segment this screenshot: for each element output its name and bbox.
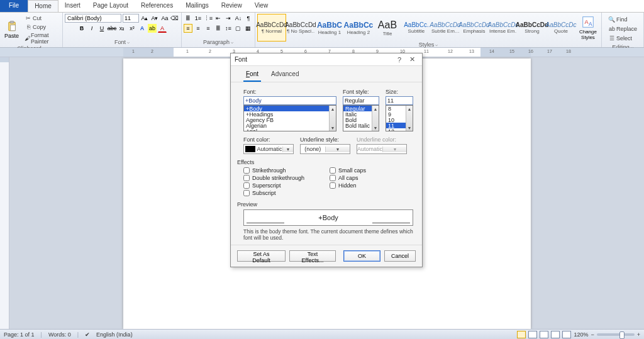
font-input[interactable] — [243, 96, 336, 105]
cancel-button[interactable]: Cancel — [384, 250, 416, 262]
borders-button[interactable]: ▦ — [244, 24, 253, 33]
style--normal[interactable]: AaBbCcDd¶ Normal — [257, 14, 286, 42]
list-item[interactable]: 10 — [386, 117, 413, 123]
justify-button[interactable]: ≣ — [214, 24, 223, 33]
change-case-button[interactable]: Aa — [160, 14, 169, 23]
format-painter-button[interactable]: 🖌Format Painter — [23, 31, 60, 45]
checkbox-double-strikethrough[interactable]: Double strikethrough — [243, 175, 304, 181]
dialog-close-button[interactable]: ✕ — [406, 55, 418, 64]
underline-style-combo[interactable]: (none)▾ — [300, 144, 350, 154]
style--no-spaci-[interactable]: AaBbCcDd¶ No Spaci… — [286, 14, 315, 42]
font-name-combo[interactable] — [65, 14, 121, 23]
copy-button[interactable]: ⎘Copy — [23, 23, 60, 31]
font-style-input[interactable] — [343, 96, 379, 105]
bold-button[interactable]: B — [77, 24, 86, 33]
multilevel-button[interactable]: ⋮≡ — [204, 14, 213, 23]
status-words[interactable]: Words: 0 — [48, 331, 71, 338]
checkbox-superscript[interactable]: Superscript — [243, 182, 304, 189]
align-right-button[interactable]: ≡ — [204, 24, 213, 33]
tab-home[interactable]: Home — [28, 0, 58, 12]
zoom-slider[interactable] — [597, 333, 635, 336]
bullets-button[interactable]: ≣ — [184, 14, 192, 23]
shading-button[interactable]: ▢ — [234, 24, 243, 33]
tab-references[interactable]: References — [135, 0, 179, 12]
tab-mailings[interactable]: Mailings — [179, 0, 215, 12]
replace-button[interactable]: abReplace — [606, 25, 639, 33]
strikethrough-button[interactable]: abc — [108, 24, 116, 33]
list-item[interactable]: Italic — [343, 111, 379, 117]
text-effects-button[interactable]: Text Effects... — [289, 250, 336, 262]
zoom-out-button[interactable]: − — [591, 331, 594, 338]
view-print-layout[interactable] — [517, 331, 526, 338]
shrink-font-button[interactable]: A▾ — [150, 14, 159, 23]
font-style-listbox[interactable]: ▲▼RegularItalicBoldBold Italic — [343, 105, 379, 131]
superscript-button[interactable]: x² — [128, 24, 136, 33]
find-button[interactable]: 🔍Find — [606, 15, 630, 24]
dialog-tab-advanced[interactable]: Advanced — [269, 69, 301, 82]
style-heading-2[interactable]: AaBbCcHeading 2 — [344, 14, 373, 42]
status-language[interactable]: English (India) — [96, 331, 133, 338]
style-intense-em-[interactable]: AaBbCcDcIntense Em… — [489, 14, 518, 42]
font-listbox[interactable]: ▲▼+Body+HeadingsAgency FBAlgerianArial — [243, 105, 336, 131]
view-draft[interactable] — [562, 331, 571, 338]
list-item[interactable]: +Headings — [244, 111, 336, 117]
text-effects-button[interactable]: A — [138, 24, 147, 33]
increase-indent-button[interactable]: ⇥ — [224, 14, 233, 23]
subscript-button[interactable]: x₂ — [118, 24, 126, 33]
set-as-default-button[interactable]: Set As Default — [237, 250, 286, 262]
select-button[interactable]: ☰Select — [606, 34, 634, 43]
list-item[interactable]: Algerian — [244, 123, 336, 128]
size-input[interactable] — [386, 96, 413, 105]
list-item[interactable]: 9 — [386, 111, 413, 117]
zoom-percent[interactable]: 120% — [574, 331, 588, 338]
list-item[interactable]: Bold — [343, 117, 379, 123]
size-listbox[interactable]: ▲▼89101112 — [386, 105, 413, 131]
decrease-indent-button[interactable]: ⇤ — [214, 14, 223, 23]
paste-button[interactable]: Paste — [2, 19, 21, 40]
cut-button[interactable]: ✂Cut — [23, 14, 60, 23]
checkbox-small-caps[interactable]: Small caps — [330, 167, 366, 174]
align-left-button[interactable]: ≡ — [184, 24, 192, 33]
tab-view[interactable]: View — [248, 0, 275, 12]
list-item[interactable]: +Body — [244, 106, 336, 111]
highlight-button[interactable]: ab — [148, 24, 157, 33]
italic-button[interactable]: I — [87, 24, 96, 33]
dialog-titlebar[interactable]: Font ? ✕ — [231, 53, 422, 66]
list-item[interactable]: Agency FB — [244, 117, 336, 123]
view-web-layout[interactable] — [540, 331, 548, 338]
change-styles-button[interactable]: AA Change Styles — [577, 14, 599, 42]
checkbox-strikethrough[interactable]: Strikethrough — [243, 167, 304, 174]
style-subtitle[interactable]: AaBbCc.Subtitle — [402, 14, 431, 42]
font-size-combo[interactable] — [123, 14, 139, 23]
tab-review[interactable]: Review — [215, 0, 248, 12]
tab-insert[interactable]: Insert — [58, 0, 87, 12]
checkbox-hidden[interactable]: Hidden — [330, 182, 366, 189]
style-strong[interactable]: AaBbCcDdStrong — [518, 14, 547, 42]
status-page[interactable]: Page: 1 of 1 — [4, 331, 35, 338]
style-subtle-em-[interactable]: AaBbCcDdSubtle Em… — [431, 14, 460, 42]
view-outline[interactable] — [551, 331, 560, 338]
styles-gallery[interactable]: AaBbCcDd¶ NormalAaBbCcDd¶ No Spaci…AaBbC… — [257, 14, 575, 42]
show-marks-button[interactable]: ¶ — [244, 14, 253, 23]
underline-button[interactable]: U — [97, 24, 106, 33]
grow-font-button[interactable]: A▴ — [140, 14, 149, 23]
sort-button[interactable]: A↓ — [234, 14, 243, 23]
tab-file[interactable]: File — [0, 0, 28, 12]
line-spacing-button[interactable]: ↕≡ — [224, 24, 233, 33]
checkbox-subscript[interactable]: Subscript — [243, 190, 304, 196]
style-quote[interactable]: AaBbCcDcQuote — [547, 14, 575, 42]
style-emphasis[interactable]: AaBbCcDdEmphasis — [460, 14, 489, 42]
numbering-button[interactable]: 1≡ — [194, 14, 203, 23]
clear-formatting-button[interactable]: ⌫ — [170, 14, 179, 23]
dialog-help-button[interactable]: ? — [393, 56, 406, 64]
dialog-tab-font[interactable]: FFontont — [243, 69, 261, 82]
font-color-combo[interactable]: Automatic▾ — [243, 144, 294, 154]
tab-page-layout[interactable]: Page Layout — [87, 0, 135, 12]
font-color-button[interactable]: A — [158, 24, 167, 33]
vertical-ruler[interactable] — [0, 57, 9, 329]
view-full-screen[interactable] — [528, 331, 537, 338]
checkbox-all-caps[interactable]: All caps — [330, 175, 366, 181]
status-proofing-icon[interactable]: ✔ — [85, 331, 90, 338]
zoom-in-button[interactable]: + — [637, 331, 640, 338]
style-title[interactable]: AaBTitle — [373, 14, 402, 42]
